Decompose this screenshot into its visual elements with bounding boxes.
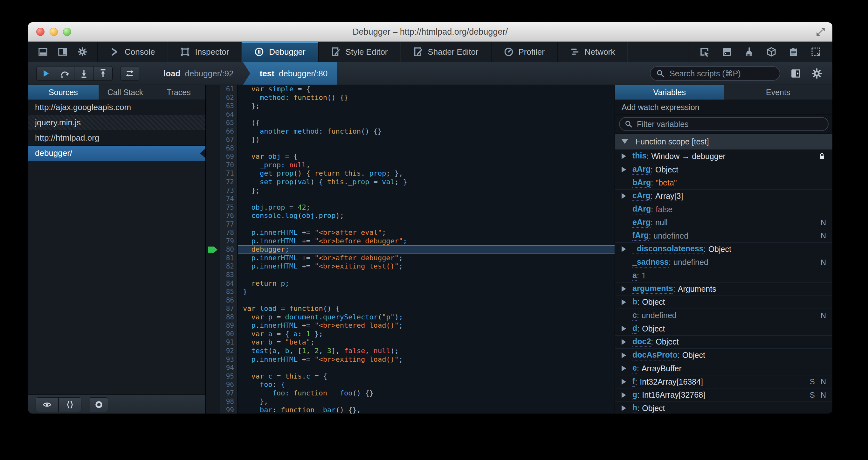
code-text[interactable]: set prop(val) { this._prop = val; }: [238, 178, 615, 186]
variable-row[interactable]: d:Object: [615, 322, 832, 336]
line-number[interactable]: 77: [220, 220, 238, 229]
variable-row[interactable]: aArg:Object: [615, 163, 832, 177]
line-number[interactable]: 93: [220, 355, 238, 364]
code-text[interactable]: [238, 271, 615, 279]
line-number[interactable]: 65: [220, 119, 238, 127]
line-number[interactable]: 78: [220, 228, 238, 237]
source-item-debugger-[interactable]: debugger/: [28, 146, 206, 161]
zoom-button[interactable]: [63, 28, 71, 36]
toggle-blackbox-button[interactable]: [120, 66, 139, 81]
source-item-jquery-min-js[interactable]: jquery.min.js: [28, 115, 206, 131]
expand-arrow-icon[interactable]: [622, 352, 626, 358]
line-number[interactable]: 73: [220, 186, 238, 195]
code-text[interactable]: [238, 364, 615, 372]
variable-row[interactable]: f:Int32Array[16384]SN: [615, 375, 832, 389]
line-number[interactable]: 84: [220, 279, 238, 288]
breakpoint-gutter-cell[interactable]: [206, 144, 220, 153]
breakpoint-gutter-cell[interactable]: [206, 254, 220, 262]
tab-network[interactable]: Network: [557, 42, 628, 62]
variable-row[interactable]: fArg:undefinedN: [615, 229, 832, 243]
code-text[interactable]: var simple = {: [238, 85, 615, 93]
expand-arrow-icon[interactable]: [622, 392, 626, 398]
tab-profiler[interactable]: Profiler: [491, 42, 557, 62]
code-text[interactable]: var c = this.c = {: [238, 372, 615, 381]
pause-on-exceptions-button[interactable]: [90, 397, 108, 412]
line-number[interactable]: 75: [220, 203, 238, 212]
expand-arrow-icon[interactable]: [622, 167, 626, 172]
breakpoint-gutter-cell[interactable]: [206, 93, 220, 102]
code-text[interactable]: [238, 110, 615, 119]
responsive-mode-icon[interactable]: [811, 47, 821, 57]
variable-row[interactable]: this:Window → debugger: [615, 150, 832, 163]
breakpoint-gutter-cell[interactable]: [206, 321, 220, 330]
breakpoint-gutter-cell[interactable]: [206, 102, 220, 110]
expand-arrow-icon[interactable]: [622, 299, 626, 305]
tab-events[interactable]: Events: [724, 85, 833, 99]
expand-arrow-icon[interactable]: [622, 153, 626, 159]
code-text[interactable]: var obj = {: [238, 152, 615, 161]
tab-variables[interactable]: Variables: [615, 85, 724, 99]
line-number[interactable]: 82: [220, 262, 238, 271]
breakpoint-gutter-cell[interactable]: [206, 338, 220, 347]
tab-shader-editor[interactable]: Shader Editor: [401, 42, 491, 62]
code-text[interactable]: p.innerHTML += "<br>after debugger";: [238, 254, 615, 262]
expand-arrow-icon[interactable]: [622, 366, 626, 371]
code-text[interactable]: };: [238, 186, 615, 195]
breakpoint-gutter-cell[interactable]: [206, 279, 220, 288]
line-number[interactable]: 63: [220, 102, 238, 110]
add-watch-expression[interactable]: Add watch expression: [615, 100, 832, 115]
breakpoint-gutter-cell[interactable]: [206, 245, 220, 254]
variable-row[interactable]: _sadness:undefinedN: [615, 256, 832, 269]
breakpoint-gutter-cell[interactable]: [206, 262, 220, 271]
breakpoint-gutter-cell[interactable]: [206, 330, 220, 339]
code-text[interactable]: [238, 195, 615, 203]
line-number[interactable]: 81: [220, 254, 238, 262]
line-number[interactable]: 96: [220, 380, 238, 389]
tab-style-editor[interactable]: Style Editor: [318, 42, 401, 62]
line-number[interactable]: 66: [220, 127, 238, 136]
code-text[interactable]: debugger;: [238, 245, 615, 254]
tab-debugger[interactable]: Debugger: [242, 42, 318, 62]
line-number[interactable]: 68: [220, 144, 238, 153]
variable-row[interactable]: a:1: [615, 269, 832, 283]
breakpoint-gutter-cell[interactable]: [206, 161, 220, 170]
resume-button[interactable]: [36, 66, 55, 81]
code-text[interactable]: _prop: null,: [238, 161, 615, 170]
code-text[interactable]: [238, 296, 615, 305]
code-text[interactable]: }): [238, 136, 615, 144]
variable-row[interactable]: e:ArrayBuffer: [615, 362, 832, 375]
code-text[interactable]: test(a, b, [1, 2, 3], false, null);: [238, 347, 615, 355]
breakpoint-gutter-cell[interactable]: [206, 271, 220, 279]
breakpoint-gutter-cell[interactable]: [206, 305, 220, 313]
code-text[interactable]: [238, 144, 615, 153]
code-text[interactable]: method: function() {}: [238, 93, 615, 102]
code-text[interactable]: p.innerHTML += "<br>entered load()";: [238, 321, 615, 330]
tab-traces[interactable]: Traces: [152, 85, 206, 99]
breakpoint-gutter-cell[interactable]: [206, 195, 220, 203]
breakpoint-gutter-cell[interactable]: [206, 136, 220, 144]
filter-variables-input[interactable]: [636, 119, 823, 129]
variable-row[interactable]: docAsProto:Object: [615, 349, 832, 362]
variable-row[interactable]: doc2:Object: [615, 336, 832, 349]
breakpoint-gutter-cell[interactable]: [206, 313, 220, 322]
pretty-print-button[interactable]: [59, 397, 82, 412]
code-text[interactable]: p.innerHTML += "<br>exiting load()";: [238, 355, 615, 364]
line-number[interactable]: 62: [220, 93, 238, 102]
expand-arrow-icon[interactable]: [622, 379, 626, 384]
variable-row[interactable]: dArg:false: [615, 203, 832, 216]
expand-arrow-icon[interactable]: [622, 405, 626, 411]
line-number[interactable]: 61: [220, 85, 238, 93]
toggle-panes-button[interactable]: [790, 68, 801, 79]
step-in-button[interactable]: [74, 66, 93, 81]
code-text[interactable]: var p = document.querySelector("p");: [238, 313, 615, 322]
line-number[interactable]: 86: [220, 296, 238, 305]
close-button[interactable]: [36, 28, 44, 36]
breakpoint-gutter-cell[interactable]: [206, 228, 220, 237]
line-number[interactable]: 97: [220, 389, 238, 398]
breakpoint-gutter-cell[interactable]: [206, 347, 220, 355]
pick-element-icon[interactable]: [700, 47, 710, 57]
dock-bottom-button[interactable]: [38, 47, 48, 57]
breakpoint-gutter-cell[interactable]: [206, 296, 220, 305]
line-number[interactable]: 80: [220, 245, 238, 254]
line-number[interactable]: 92: [220, 347, 238, 355]
